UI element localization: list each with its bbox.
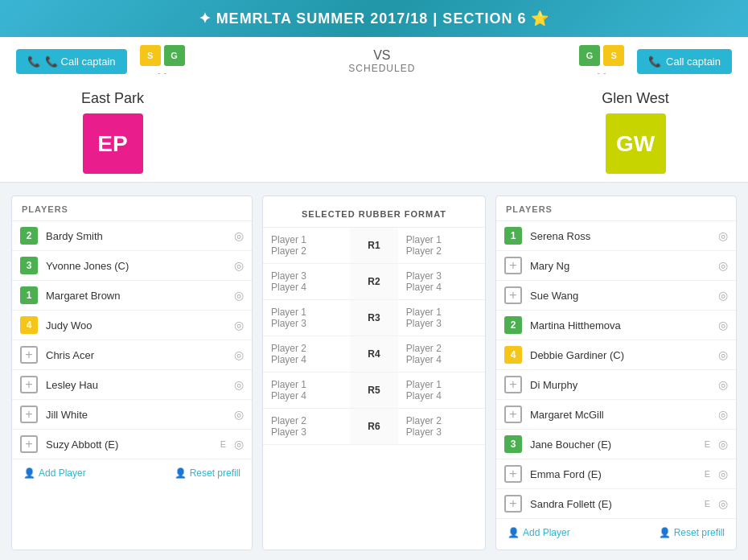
rubber-right-players: Player 3Player 4 — [398, 264, 485, 300]
team-left-logo: EP — [83, 113, 143, 174]
pin-icon: ◎ — [718, 467, 728, 480]
player-extra-badge: E — [705, 439, 710, 449]
player-name: Sandra Follett (E) — [530, 498, 705, 510]
left-badge-s: S — [140, 45, 161, 66]
player-plus-icon: + — [504, 376, 522, 393]
pin-icon: ◎ — [234, 259, 244, 272]
left-player-row: +Suzy Abbott (E)E◎ — [12, 430, 252, 459]
add-player-left-button[interactable]: 👤 Add Player — [23, 467, 86, 479]
rubber-row: Player 2Player 4 R4 Player 2Player 4 — [263, 336, 485, 373]
call-captain-left-button[interactable]: 📞 📞 Call captain — [16, 49, 127, 74]
right-player-row: +Emma Ford (E)E◎ — [496, 459, 736, 489]
rubber-table: Player 1Player 2 R1 Player 1Player 2 Pla… — [263, 228, 485, 445]
header-icon: ✦ — [199, 10, 212, 27]
player-name: Sue Wang — [530, 290, 713, 302]
vs-text: VS — [185, 48, 580, 63]
rubber-round: R4 — [350, 336, 398, 373]
player-number: 2 — [20, 227, 38, 245]
reset-prefill-right-button[interactable]: 👤 Reset prefill — [659, 527, 725, 538]
rubber-row: Player 1Player 4 R5 Player 1Player 4 — [263, 373, 485, 409]
pin-icon: ◎ — [234, 408, 244, 421]
teams-row: East Park EP Glen West GW — [0, 82, 748, 183]
player-name: Debbie Gardiner (C) — [530, 349, 713, 361]
match-status: SCHEDULED — [185, 63, 580, 74]
reset-prefill-left-button[interactable]: 👤 Reset prefill — [175, 467, 240, 479]
person-add-icon-left: 👤 — [23, 467, 35, 479]
rubber-right-players: Player 1Player 4 — [398, 373, 485, 409]
rubber-right-players: Player 2Player 4 — [398, 336, 485, 373]
page-header: ✦ MEMRLTA SUMMER 2017/18 | SECTION 6 ⭐ — [0, 0, 748, 37]
player-plus-icon: + — [504, 257, 522, 274]
player-name: Suzy Abbott (E) — [46, 439, 220, 451]
rubber-row: Player 1Player 3 R3 Player 1Player 3 — [263, 300, 485, 336]
pin-icon: ◎ — [234, 378, 244, 391]
rubber-right-players: Player 1Player 2 — [398, 228, 485, 264]
player-plus-icon: + — [504, 465, 522, 483]
left-player-row: 4Judy Woo◎ — [12, 311, 252, 340]
player-number: 4 — [504, 346, 522, 364]
pin-icon: ◎ — [234, 348, 244, 361]
pin-icon: ◎ — [718, 378, 728, 391]
rubber-round: R6 — [350, 409, 398, 445]
left-players-list: 2Bardy Smith◎3Yvonne Jones (C)◎1Margaret… — [12, 221, 252, 459]
player-name: Bardy Smith — [46, 230, 229, 242]
right-player-row: 1Serena Ross◎ — [496, 221, 736, 251]
pin-icon: ◎ — [718, 289, 728, 302]
left-players-panel: PLAYERS 2Bardy Smith◎3Yvonne Jones (C)◎1… — [11, 196, 253, 550]
player-name: Margaret Brown — [46, 290, 229, 302]
pin-icon: ◎ — [718, 229, 728, 242]
right-players-title: PLAYERS — [496, 204, 736, 221]
player-name: Jill White — [46, 409, 229, 421]
left-player-row: 2Bardy Smith◎ — [12, 221, 252, 251]
pin-icon: ◎ — [718, 348, 728, 361]
add-player-right-button[interactable]: 👤 Add Player — [508, 527, 570, 538]
vs-section: VS SCHEDULED — [185, 48, 580, 74]
right-badge-s: S — [603, 45, 624, 66]
player-plus-icon: + — [504, 495, 522, 513]
right-panel-footer: 👤 Add Player 👤 Reset prefill — [496, 519, 736, 541]
right-player-row: 3Jane Boucher (E)E◎ — [496, 430, 736, 459]
right-player-row: +Sue Wang◎ — [496, 281, 736, 311]
player-plus-icon: + — [504, 286, 522, 304]
pin-icon: ◎ — [718, 497, 728, 510]
player-extra-badge: E — [705, 469, 710, 479]
left-player-row: +Chris Acer◎ — [12, 340, 252, 370]
left-players-title: PLAYERS — [12, 204, 252, 221]
rubber-left-players: Player 1Player 3 — [263, 300, 350, 336]
pin-icon: ◎ — [718, 438, 728, 451]
right-player-row: 2Martina Hitthemova◎ — [496, 311, 736, 340]
rubber-format-title: SELECTED RUBBER FORMAT — [263, 204, 485, 228]
left-player-row: 3Yvonne Jones (C)◎ — [12, 251, 252, 281]
main-content: PLAYERS 2Bardy Smith◎3Yvonne Jones (C)◎1… — [0, 183, 748, 560]
player-name: Mary Ng — [530, 260, 713, 272]
player-name: Chris Acer — [46, 349, 229, 361]
reset-icon-right: 👤 — [659, 527, 671, 538]
right-player-row: +Margaret McGill◎ — [496, 400, 736, 430]
rubber-right-players: Player 2Player 3 — [398, 409, 485, 445]
left-player-row: +Jill White◎ — [12, 400, 252, 430]
call-captain-right-button[interactable]: 📞 Call captain — [637, 49, 732, 74]
left-player-row: +Lesley Hau◎ — [12, 370, 252, 400]
pin-icon: ◎ — [234, 229, 244, 242]
rubber-format-panel: SELECTED RUBBER FORMAT Player 1Player 2 … — [262, 196, 486, 550]
rubber-right-players: Player 1Player 3 — [398, 300, 485, 336]
phone-icon-right: 📞 — [648, 56, 661, 68]
rubber-left-players: Player 1Player 4 — [263, 373, 350, 409]
rubber-round: R2 — [350, 264, 398, 300]
player-extra-badge: E — [220, 439, 226, 449]
right-team-badges: G S — [579, 45, 624, 66]
team-right-name: Glen West — [602, 90, 669, 107]
team-right-logo: GW — [606, 113, 666, 174]
rubber-round: R5 — [350, 373, 398, 409]
rubber-left-players: Player 2Player 3 — [263, 409, 350, 445]
pin-icon: ◎ — [234, 438, 244, 451]
header-title: MEMRLTA SUMMER 2017/18 | SECTION 6 ⭐ — [216, 10, 550, 27]
team-left-name: East Park — [81, 90, 144, 107]
left-team-badges: S G — [140, 45, 185, 66]
rubber-left-players: Player 3Player 4 — [263, 264, 350, 300]
player-name: Margaret McGill — [530, 409, 713, 421]
left-panel-footer: 👤 Add Player 👤 Reset prefill — [12, 459, 252, 482]
player-plus-icon: + — [20, 346, 38, 364]
person-add-icon-right: 👤 — [508, 527, 520, 538]
rubber-row: Player 2Player 3 R6 Player 2Player 3 — [263, 409, 485, 445]
